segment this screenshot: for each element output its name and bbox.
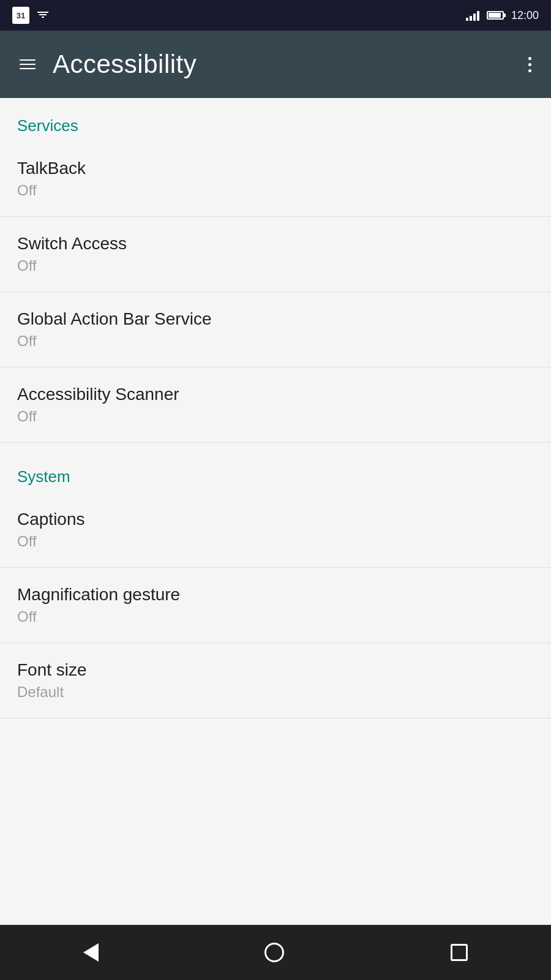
switch-access-item[interactable]: Switch Access Off [0,217,551,292]
back-icon [83,943,99,962]
font-size-subtitle: Default [17,684,534,701]
recents-button[interactable] [426,935,492,970]
accessibility-scanner-subtitle: Off [17,408,534,425]
notification-icon [36,8,50,23]
status-bar-left-icons: 31 [12,7,50,24]
captions-subtitle: Off [17,533,534,550]
content-area: Services TalkBack Off Switch Access Off … [0,98,551,925]
page-title: Accessibility [53,50,197,79]
services-header-text: Services [17,116,78,135]
services-section-header: Services [0,98,551,141]
menu-button[interactable] [15,55,40,74]
system-header-text: System [17,467,70,486]
back-button[interactable] [59,934,123,971]
magnification-gesture-title: Magnification gesture [17,585,534,605]
global-action-bar-title: Global Action Bar Service [17,309,534,329]
global-action-bar-subtitle: Off [17,333,534,350]
captions-title: Captions [17,510,534,529]
calendar-icon: 31 [12,7,29,24]
magnification-gesture-subtitle: Off [17,608,534,625]
accessibility-scanner-title: Accessibility Scanner [17,385,534,404]
font-size-title: Font size [17,660,534,680]
hamburger-line-3 [20,68,36,69]
switch-access-subtitle: Off [17,257,534,274]
app-bar: Accessibility [0,31,551,98]
talkback-subtitle: Off [17,182,534,199]
home-button[interactable] [240,933,309,971]
more-dot-1 [528,57,531,60]
global-action-bar-item[interactable]: Global Action Bar Service Off [0,292,551,368]
more-dot-2 [528,63,531,66]
recents-icon [451,944,468,961]
captions-item[interactable]: Captions Off [0,492,551,568]
more-options-button[interactable] [523,52,536,77]
app-bar-left: Accessibility [15,50,197,79]
hamburger-line-1 [20,59,36,61]
home-icon [264,943,284,962]
font-size-item[interactable]: Font size Default [0,643,551,718]
talkback-item[interactable]: TalkBack Off [0,141,551,217]
signal-icon [466,10,479,21]
accessibility-scanner-item[interactable]: Accessibility Scanner Off [0,368,551,443]
nav-bar [0,925,551,980]
battery-icon [487,11,504,20]
more-dot-3 [528,69,531,72]
system-section-header: System [0,449,551,492]
switch-access-title: Switch Access [17,234,534,254]
magnification-gesture-item[interactable]: Magnification gesture Off [0,568,551,643]
status-bar-right-icons: 12:00 [466,9,539,22]
status-bar: 31 12:00 [0,0,551,31]
talkback-title: TalkBack [17,159,534,178]
hamburger-line-2 [20,64,36,65]
clock: 12:00 [511,9,539,22]
